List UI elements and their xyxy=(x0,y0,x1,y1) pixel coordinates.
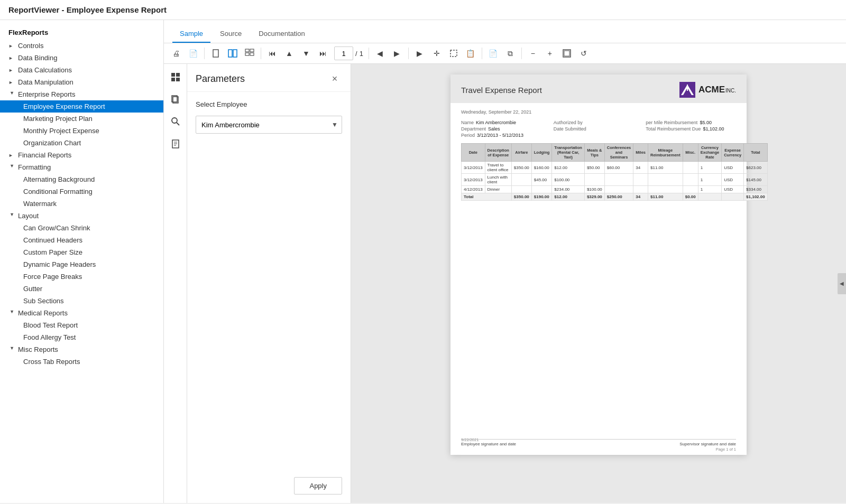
sidebar-item-data-manipulation[interactable]: ► Data Manipulation xyxy=(0,76,163,88)
toolbar-separator-5 xyxy=(482,48,482,59)
doc-icon-btn[interactable] xyxy=(167,135,185,153)
first-page-button[interactable]: ⏮ xyxy=(264,45,280,61)
chevron-right-icon: ► xyxy=(8,153,16,158)
params-close-button[interactable]: × xyxy=(327,71,342,86)
col-total: Total xyxy=(744,144,768,162)
select-button[interactable] xyxy=(446,45,462,61)
sidebar-item-employee-expense-report[interactable]: Employee Expense Report xyxy=(0,100,163,113)
page-number-input[interactable] xyxy=(334,46,353,60)
svg-point-16 xyxy=(172,118,177,123)
sidebar-group-label: Medical Reports xyxy=(18,309,68,317)
document-button[interactable]: 📋 xyxy=(463,45,479,61)
page-icon-button[interactable]: 📄 xyxy=(485,45,501,61)
sidebar-item-sub-sections[interactable]: Sub Sections xyxy=(0,295,163,307)
col-airfare: Airfare xyxy=(511,144,531,162)
prev-page-button[interactable]: ▲ xyxy=(281,45,297,61)
employee-select[interactable]: Kim Ambercrombie John Smith Jane Doe xyxy=(196,116,342,134)
single-page-button[interactable] xyxy=(208,45,224,61)
fit-page-button[interactable] xyxy=(559,45,575,61)
sidebar-item-can-grow-shrink[interactable]: Can Grow/Can Shrink xyxy=(0,222,163,234)
page-total: 1 xyxy=(360,50,363,58)
two-page-button[interactable] xyxy=(225,45,241,61)
sidebar-group-label: Controls xyxy=(18,42,43,50)
sidebar-item-enterprise-reports[interactable]: ► Enterprise Reports xyxy=(0,88,163,100)
report-date: Wednesday, September 22, 2021 xyxy=(461,109,736,115)
sidebar-item-marketing-project-plan[interactable]: Marketing Project Plan xyxy=(0,113,163,125)
cursor-button[interactable]: ▶ xyxy=(412,45,428,61)
sidebar-item-medical-reports[interactable]: ► Medical Reports xyxy=(0,307,163,319)
sidebar-item-controls[interactable]: ► Controls xyxy=(0,40,163,52)
svg-line-17 xyxy=(177,123,179,125)
sidebar-item-dynamic-page-headers[interactable]: Dynamic Page Headers xyxy=(0,258,163,270)
svg-rect-2 xyxy=(233,50,237,57)
refresh-button[interactable]: ↺ xyxy=(576,45,592,61)
next-page-button[interactable]: ▼ xyxy=(298,45,314,61)
forward-button[interactable]: ▶ xyxy=(389,45,405,61)
back-button[interactable]: ◀ xyxy=(372,45,388,61)
report-stamp: 9/22/2021 xyxy=(461,437,479,442)
svg-rect-4 xyxy=(250,49,254,52)
table-row: 3/12/2013 Lunch with client $45.00 $100.… xyxy=(462,174,768,186)
sidebar-group-label: Formatting xyxy=(18,163,51,171)
sidebar-item-conditional-formatting[interactable]: Conditional Formatting xyxy=(0,185,163,198)
sidebar-item-misc-reports[interactable]: ► Misc Reports xyxy=(0,343,163,356)
sidebar-item-gutter[interactable]: Gutter xyxy=(0,283,163,295)
sidebar-item-financial-reports[interactable]: ► Financial Reports xyxy=(0,149,163,161)
tab-source[interactable]: Source xyxy=(213,25,249,43)
svg-rect-6 xyxy=(250,53,254,55)
params-header: Parameters × xyxy=(187,64,351,92)
tab-sample[interactable]: Sample xyxy=(172,25,210,43)
copy-doc-icon-btn[interactable] xyxy=(167,90,185,108)
sidebar-group-label: Data Manipulation xyxy=(18,78,73,86)
chevron-down-icon: ► xyxy=(10,310,15,317)
col-transport: Transportation (Rental Car, Taxi) xyxy=(552,144,585,162)
footer-left: Employee signature and date xyxy=(461,442,516,446)
sidebar-item-blood-test-report[interactable]: Blood Test Report xyxy=(0,319,163,331)
sidebar-item-monthly-project-expense[interactable]: Monthly Project Expense xyxy=(0,125,163,137)
sidebar-item-data-binding[interactable]: ► Data Binding xyxy=(0,52,163,64)
col-meals: Meals & Tips xyxy=(584,144,604,162)
sidebar-item-food-allergy-test[interactable]: Food Allergy Test xyxy=(0,331,163,343)
sidebar-item-data-calculations[interactable]: ► Data Calculations xyxy=(0,64,163,76)
sidebar-group-label: Financial Reports xyxy=(18,151,71,159)
sidebar-group-label: Layout xyxy=(18,212,39,220)
zoom-out-button[interactable]: − xyxy=(525,45,541,61)
acme-logo: ACME INC. xyxy=(679,82,736,98)
sidebar-item-cross-tab-reports[interactable]: Cross Tab Reports xyxy=(0,356,163,368)
chevron-down-icon: ► xyxy=(10,91,15,98)
copy-button[interactable]: ⧉ xyxy=(502,45,518,61)
params-footer: Apply xyxy=(187,472,351,503)
multi-page-button[interactable] xyxy=(242,45,258,61)
sidebar-item-force-page-breaks[interactable]: Force Page Breaks xyxy=(0,270,163,283)
toolbar-separator-3 xyxy=(369,48,369,59)
chevron-down-icon: ► xyxy=(10,212,15,220)
svg-rect-9 xyxy=(564,51,569,56)
report-info-authorized: Authorized by xyxy=(554,120,644,125)
sidebar-item-watermark[interactable]: Watermark xyxy=(0,198,163,210)
tab-documentation[interactable]: Documentation xyxy=(251,25,312,43)
zoom-in-button[interactable]: + xyxy=(542,45,558,61)
report-info-dept: Department Sales xyxy=(461,126,551,132)
report-info-total-reimb: Total Reimbursement Due $1,102.00 xyxy=(646,126,736,132)
chevron-right-icon: ► xyxy=(8,80,16,85)
sidebar-item-continued-headers[interactable]: Continued Headers xyxy=(0,234,163,246)
page-input-group: / 1 xyxy=(334,46,363,60)
app-title: ReportViewer - Employee Expense Report xyxy=(0,0,846,20)
print-button[interactable]: 🖨 xyxy=(168,45,184,61)
sidebar-group-label: Data Calculations xyxy=(18,66,72,74)
sidebar-item-alternating-background[interactable]: Alternating Background xyxy=(0,173,163,185)
export-button[interactable]: 📄 xyxy=(185,45,201,61)
apply-button[interactable]: Apply xyxy=(294,477,342,494)
sidebar-item-layout[interactable]: ► Layout xyxy=(0,210,163,222)
report-table: Date Description of Expense Airfare Lodg… xyxy=(461,143,768,201)
sidebar-group-label: Data Binding xyxy=(18,54,57,62)
grid-icon-btn[interactable] xyxy=(167,68,185,86)
col-currency-rate: Currency Exchange Rate xyxy=(698,144,721,162)
sidebar-item-organization-chart[interactable]: Organization Chart xyxy=(0,137,163,149)
sidebar-item-formatting[interactable]: ► Formatting xyxy=(0,161,163,173)
search-icon-btn[interactable] xyxy=(167,113,185,130)
sidebar-item-custom-paper-size[interactable]: Custom Paper Size xyxy=(0,246,163,258)
crosshair-button[interactable]: ✛ xyxy=(429,45,445,61)
collapse-handle[interactable]: ◀ xyxy=(838,273,846,294)
last-page-button[interactable]: ⏭ xyxy=(315,45,331,61)
